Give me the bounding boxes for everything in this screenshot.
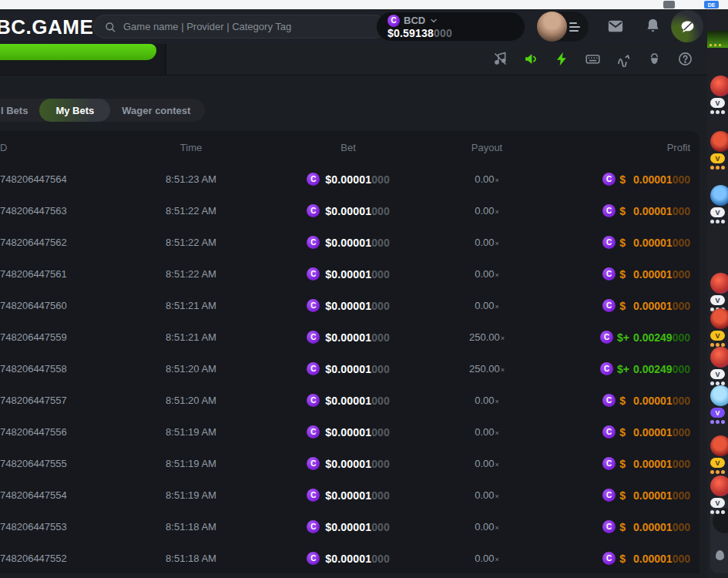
profit-trailing-zeros: 000	[673, 205, 690, 217]
bet-payout: 0.00×	[430, 426, 544, 438]
chat-message-edge[interactable]: V	[710, 273, 728, 311]
bet-profit: C$+0.00249000	[544, 331, 690, 344]
bets-table: D Time Bet Payout Profit 7482064475648:5…	[0, 131, 699, 573]
vip-badge: V	[710, 331, 725, 341]
medal-dots	[710, 166, 728, 170]
bet-id: 748206447554	[0, 489, 116, 501]
table-row[interactable]: 7482064475588:51:20 AMC$0.00001000250.00…	[0, 353, 699, 385]
multiplier-symbol: ×	[501, 366, 505, 374]
chat-avatar[interactable]	[710, 76, 728, 96]
chevron-down-icon	[429, 16, 438, 25]
bet-payout: 0.00×	[430, 268, 544, 280]
trend-icon[interactable]	[615, 50, 632, 68]
bcd-coin-icon: C	[602, 236, 616, 249]
site-logo[interactable]: BC.GAME	[0, 15, 93, 39]
bet-amount: C$0.00001000	[267, 362, 430, 375]
bet-profit: C$0.00001000	[544, 520, 690, 533]
chat-avatar[interactable]	[710, 476, 728, 496]
bet-time: 8:51:18 AM	[116, 553, 267, 564]
profit-trailing-zeros: 000	[673, 331, 690, 344]
bcd-coin-icon: C	[602, 552, 616, 565]
medal-dots	[710, 470, 728, 474]
chat-sidebar-edge[interactable]: VVVVVVVVV	[707, 9, 728, 578]
bet-profit: C$0.00001000	[544, 299, 690, 312]
bcd-coin-icon: C	[307, 552, 320, 565]
table-row[interactable]: 7482064475618:51:22 AMC$0.000010000.00×C…	[0, 258, 699, 290]
chat-message-edge[interactable]: V	[710, 476, 728, 514]
bet-profit: C$0.00001000	[544, 236, 690, 249]
medal-dots	[710, 220, 728, 223]
table-row[interactable]: 7482064475598:51:21 AMC$0.00001000250.00…	[0, 321, 699, 353]
bet-amount: C$0.00001000	[267, 520, 430, 533]
mail-icon[interactable]	[606, 18, 625, 35]
chat-message-edge[interactable]: V	[710, 76, 728, 114]
bet-amount: C$0.00001000	[267, 425, 430, 439]
bet-payout: 0.00×	[430, 458, 544, 469]
table-row[interactable]: 7482064475578:51:20 AMC$0.000010000.00×C…	[0, 385, 699, 416]
user-menu[interactable]	[537, 12, 589, 42]
bcd-coin-icon: C	[307, 362, 320, 375]
multiplier-symbol: ×	[495, 556, 499, 563]
bcd-coin-icon: C	[307, 267, 320, 281]
tab-my-bets[interactable]: My Bets	[39, 99, 110, 122]
vip-badge: V	[710, 207, 725, 217]
bet-profit: C$0.00001000	[544, 173, 690, 186]
keyboard-icon[interactable]	[584, 50, 602, 68]
chat-message-edge[interactable]: V	[710, 131, 728, 170]
table-row[interactable]: 7482064475558:51:19 AMC$0.000010000.00×C…	[0, 448, 699, 479]
browser-extension-icon[interactable]	[663, 1, 675, 8]
table-row[interactable]: 7482064475528:51:18 AMC$0.000010000.00×C…	[0, 543, 699, 574]
table-row[interactable]: 7482064475628:51:22 AMC$0.000010000.00×C…	[0, 227, 699, 258]
chat-avatar[interactable]	[710, 347, 728, 368]
search-input[interactable]: Game name | Provider | Category Tag	[93, 15, 386, 39]
avatar[interactable]	[537, 12, 567, 42]
tab-l-bets[interactable]: l Bets	[0, 99, 39, 122]
currency-selector[interactable]: C BCD $0.59138000	[387, 14, 452, 39]
chat-toggle-button[interactable]	[671, 10, 703, 42]
sound-icon[interactable]	[522, 50, 540, 68]
chat-message-edge[interactable]: V	[710, 308, 728, 347]
bell-icon[interactable]	[645, 16, 661, 35]
hamburger-menu-icon	[569, 22, 580, 34]
bet-time: 8:51:22 AM	[116, 205, 267, 217]
chat-message-edge[interactable]: V	[710, 435, 728, 474]
profit-trailing-zeros: 000	[673, 553, 690, 565]
bet-trailing-zeros: 000	[371, 489, 389, 502]
tab-wager-contest[interactable]: Wager contest	[110, 99, 202, 122]
bet-button-edge[interactable]	[0, 44, 156, 60]
column-header-payout: Payout	[430, 142, 544, 153]
chat-avatar[interactable]	[710, 273, 728, 294]
music-off-icon[interactable]	[491, 50, 509, 68]
chat-avatar[interactable]	[710, 131, 728, 152]
bet-trailing-zeros: 000	[371, 331, 389, 344]
column-header-profit: Profit	[544, 142, 690, 153]
bet-profit: C$+0.00249000	[544, 362, 690, 375]
bolt-icon[interactable]	[553, 50, 571, 68]
chat-avatar[interactable]	[710, 308, 728, 329]
bet-id: 748206447552	[0, 553, 116, 564]
profit-sign: $	[619, 395, 626, 407]
chat-avatar[interactable]	[710, 435, 728, 456]
chat-avatar[interactable]	[710, 385, 728, 406]
bcd-coin-icon: C	[307, 457, 320, 470]
chat-message-edge[interactable]: V	[710, 185, 728, 223]
chat-message-edge[interactable]: V	[710, 347, 728, 385]
table-row[interactable]: 7482064475648:51:23 AMC$0.000010000.00×C…	[0, 163, 699, 195]
table-row[interactable]: 7482064475538:51:18 AMC$0.000010000.00×C…	[0, 511, 699, 543]
bet-amount: C$0.00001000	[267, 267, 430, 281]
bet-trailing-zeros: 000	[371, 237, 389, 249]
browser-extension-de-badge[interactable]: DE	[704, 1, 719, 8]
seed-icon[interactable]	[646, 50, 663, 68]
table-row[interactable]: 7482064475608:51:21 AMC$0.000010000.00×C…	[0, 290, 699, 321]
chat-message-edge[interactable]: V	[710, 385, 728, 424]
column-header-bet: Bet	[267, 142, 430, 153]
chat-avatar[interactable]	[710, 185, 728, 206]
multiplier-symbol: ×	[495, 429, 499, 437]
help-icon[interactable]	[676, 50, 694, 68]
table-row[interactable]: 7482064475568:51:19 AMC$0.000010000.00×C…	[0, 416, 699, 448]
profit-sign: $	[619, 205, 626, 217]
vip-badge: V	[710, 295, 725, 305]
bet-id: 748206447563	[0, 205, 116, 217]
table-row[interactable]: 7482064475638:51:22 AMC$0.000010000.00×C…	[0, 195, 699, 227]
table-row[interactable]: 7482064475548:51:19 AMC$0.000010000.00×C…	[0, 479, 699, 511]
